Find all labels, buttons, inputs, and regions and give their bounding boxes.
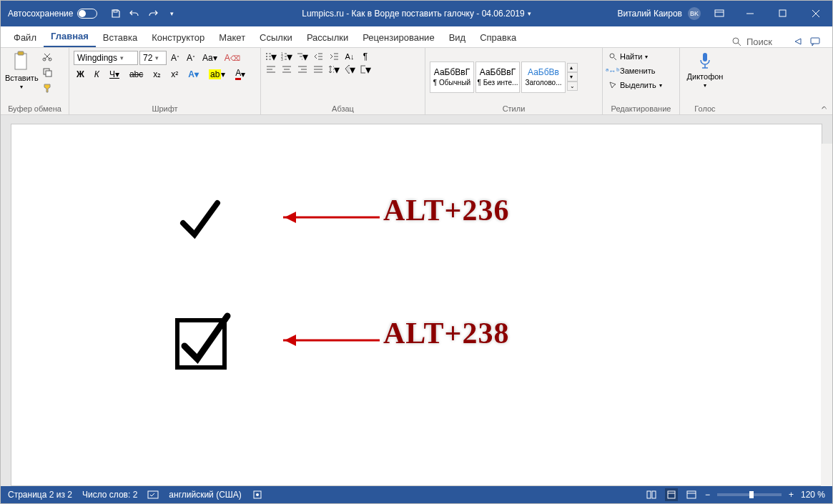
vertical-scrollbar[interactable]: [821, 144, 832, 486]
clear-format-button[interactable]: A⌫: [222, 51, 243, 64]
highlight-button[interactable]: ab▾: [206, 68, 228, 81]
share-icon[interactable]: [792, 36, 804, 47]
svg-rect-7: [811, 38, 819, 44]
text-effects-button[interactable]: A▾: [185, 68, 202, 81]
style-normal[interactable]: АаБбВвГ¶ Обычный: [430, 61, 474, 93]
svg-point-14: [266, 53, 267, 54]
paste-dropdown-icon: ▾: [20, 84, 23, 90]
justify-icon[interactable]: [312, 64, 324, 75]
font-color-button[interactable]: A▾: [232, 66, 248, 81]
arrow-icon: [269, 209, 383, 226]
shrink-font-button[interactable]: A˅: [184, 51, 198, 64]
annotation-alt238: ALT+238: [383, 316, 509, 350]
subscript-button[interactable]: x₂: [150, 68, 164, 81]
align-center-icon[interactable]: [281, 64, 292, 75]
minimize-button[interactable]: [734, 1, 767, 26]
tab-references[interactable]: Ссылки: [252, 28, 300, 47]
save-icon[interactable]: [110, 8, 122, 19]
superscript-button[interactable]: x²: [168, 68, 181, 81]
language-indicator[interactable]: английский (США): [169, 490, 241, 500]
svg-point-5: [733, 38, 739, 44]
line-spacing-icon[interactable]: ▾: [328, 64, 340, 75]
autosave-toggle[interactable]: Автосохранение: [1, 9, 104, 19]
font-size-combo[interactable]: 72▾: [139, 51, 167, 65]
show-marks-icon[interactable]: ¶: [360, 51, 371, 62]
style-heading1[interactable]: АаБбВвЗаголово...: [521, 61, 566, 93]
increase-indent-icon[interactable]: [328, 51, 340, 62]
user-area[interactable]: Виталий Каиров BK: [617, 7, 725, 20]
styles-up-icon[interactable]: ▴: [567, 63, 578, 72]
zoom-slider[interactable]: [717, 493, 782, 496]
format-painter-icon[interactable]: [41, 82, 53, 94]
macro-record-icon[interactable]: [252, 489, 263, 500]
styles-more-icon[interactable]: ⌄: [567, 81, 578, 91]
title-dropdown-icon[interactable]: ▾: [528, 10, 531, 17]
svg-point-18: [266, 59, 267, 60]
tab-view[interactable]: Вид: [442, 28, 473, 47]
spell-check-icon[interactable]: [147, 489, 159, 500]
redo-icon[interactable]: [147, 8, 159, 19]
decrease-indent-icon[interactable]: [312, 51, 324, 62]
replace-button[interactable]: ᵃ↔ᵇЗаменить: [607, 65, 675, 76]
numbering-icon[interactable]: 123▾: [281, 51, 292, 62]
underline-button[interactable]: Ч▾: [107, 68, 122, 81]
autosave-label: Автосохранение: [8, 9, 73, 19]
qat-dropdown-icon[interactable]: ▾: [166, 8, 177, 19]
tab-help[interactable]: Справка: [473, 28, 523, 47]
multilevel-icon[interactable]: ▾: [297, 51, 308, 62]
font-name-combo[interactable]: Wingdings▾: [74, 51, 138, 65]
dictate-button[interactable]: Диктофон ▾: [687, 51, 724, 103]
grow-font-button[interactable]: A˄: [168, 51, 182, 64]
tab-file[interactable]: Файл: [6, 28, 44, 47]
svg-line-52: [614, 58, 616, 60]
tab-mailings[interactable]: Рассылки: [300, 28, 355, 47]
change-case-button[interactable]: Aa▾: [199, 51, 220, 64]
ribbon-display-icon[interactable]: [714, 8, 725, 19]
align-left-icon[interactable]: [265, 64, 277, 75]
style-no-spacing[interactable]: АаБбВвГ¶ Без инте...: [475, 61, 520, 93]
word-window: Автосохранение ▾ Lumpics.ru - Как в Ворд…: [0, 0, 833, 504]
bold-button[interactable]: Ж: [74, 68, 87, 81]
bullets-icon[interactable]: ▾: [265, 51, 277, 62]
search-box[interactable]: Поиск: [731, 36, 772, 47]
user-avatar: BK: [688, 7, 701, 20]
shading-icon[interactable]: ▾: [344, 64, 355, 75]
close-button[interactable]: [799, 1, 832, 26]
comments-icon[interactable]: [809, 36, 821, 47]
select-button[interactable]: Выделить▾: [607, 79, 675, 91]
paste-button[interactable]: Вставить ▾: [5, 51, 39, 103]
paste-label: Вставить: [5, 74, 39, 82]
word-count[interactable]: Число слов: 2: [82, 490, 137, 500]
styles-group-label: Стили: [430, 103, 598, 113]
zoom-out-button[interactable]: −: [705, 490, 710, 500]
tab-design[interactable]: Конструктор: [144, 28, 212, 47]
print-layout-icon[interactable]: [665, 488, 678, 501]
cut-icon[interactable]: [41, 51, 53, 62]
svg-rect-9: [18, 51, 24, 55]
web-layout-icon[interactable]: [685, 488, 698, 501]
group-editing: Найти▾ ᵃ↔ᵇЗаменить Выделить▾ Редактирова…: [603, 48, 680, 114]
page-indicator[interactable]: Страница 2 из 2: [8, 490, 72, 500]
tab-insert[interactable]: Вставка: [96, 28, 144, 47]
document-page[interactable]: ALT+236 ALT+238: [11, 124, 822, 486]
find-button[interactable]: Найти▾: [607, 51, 675, 62]
strikethrough-button[interactable]: abc: [127, 68, 146, 81]
read-mode-icon[interactable]: [645, 488, 658, 501]
svg-rect-8: [15, 54, 26, 69]
chevron-down-icon: ▾: [120, 54, 124, 61]
italic-button[interactable]: К: [92, 68, 102, 81]
tab-home[interactable]: Главная: [44, 26, 96, 47]
zoom-in-button[interactable]: +: [789, 490, 794, 500]
borders-icon[interactable]: ▾: [360, 64, 371, 75]
copy-icon[interactable]: [41, 66, 53, 78]
align-right-icon[interactable]: [297, 64, 308, 75]
sort-icon[interactable]: A↓: [344, 51, 355, 62]
undo-icon[interactable]: [129, 8, 140, 19]
collapse-ribbon-icon[interactable]: ᨈ: [822, 103, 828, 112]
styles-gallery-nav[interactable]: ▴ ▾ ⌄: [567, 63, 578, 91]
tab-review[interactable]: Рецензирование: [355, 28, 441, 47]
zoom-level[interactable]: 120 %: [801, 490, 825, 500]
tab-layout[interactable]: Макет: [212, 28, 252, 47]
styles-down-icon[interactable]: ▾: [567, 72, 578, 81]
maximize-button[interactable]: [767, 1, 799, 26]
